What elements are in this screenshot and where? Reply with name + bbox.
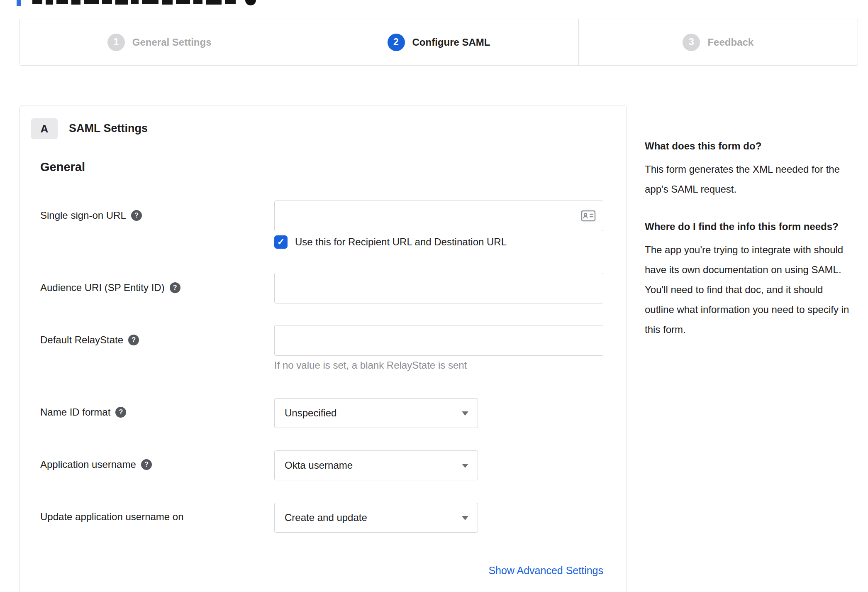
wizard-stepper: 1 General Settings 2 Configure SAML 3 Fe… [20,19,858,66]
sso-url-label: Single sign-on URL ? [40,210,142,221]
application-username-label-text: Application username [40,459,136,470]
update-app-username-value: Create and update [285,512,367,524]
advanced-link-row: Show Advanced Settings [274,565,603,577]
clipped-page-title [17,0,282,6]
help-icon[interactable]: ? [115,407,126,418]
step-number-2: 2 [388,34,405,51]
application-username-value: Okta username [285,460,353,471]
default-relaystate-label: Default RelayState ? [40,334,139,346]
help-icon[interactable]: ? [170,282,180,293]
help-icon[interactable]: ? [141,459,152,470]
recipient-url-checkbox-row: ✓ Use this for Recipient URL and Destina… [274,235,507,249]
chevron-down-icon [462,464,468,468]
step-label-configure-saml: Configure SAML [412,37,490,48]
step-label-general-settings: General Settings [132,37,212,48]
default-relaystate-label-text: Default RelayState [40,334,123,346]
relaystate-helper-text: If no value is set, a blank RelayState i… [274,360,467,371]
name-id-format-value: Unspecified [285,407,336,419]
update-app-username-label: Update application username on [40,511,184,523]
update-app-username-label-text: Update application username on [40,511,184,523]
clipped-icon [245,0,256,5]
recipient-url-checkbox-label: Use this for Recipient URL and Destinati… [295,236,507,248]
step-number-3: 3 [683,34,700,51]
show-advanced-settings-link[interactable]: Show Advanced Settings [488,565,603,576]
audience-uri-label-text: Audience URI (SP Entity ID) [40,282,165,294]
help-sidebar: What does this form do? This form genera… [645,137,854,358]
sso-url-label-text: Single sign-on URL [40,210,126,221]
sidebar-heading-what: What does this form do? [645,137,854,155]
default-relaystate-input[interactable] [274,325,603,356]
sso-url-input-wrap [274,201,603,231]
chevron-down-icon [462,516,468,520]
application-username-select[interactable]: Okta username [274,450,478,480]
audience-uri-input[interactable] [274,273,603,303]
help-icon[interactable]: ? [128,335,139,345]
name-id-format-label-text: Name ID format [40,406,110,418]
contact-card-icon [581,210,596,222]
audience-uri-label: Audience URI (SP Entity ID) ? [40,282,180,294]
chevron-down-icon [462,411,468,416]
sidebar-body-where: The app you're trying to integrate with … [645,240,854,340]
sidebar-heading-where: Where do I find the info this form needs… [645,218,854,236]
name-id-format-label: Name ID format ? [40,406,126,418]
application-username-label: Application username ? [40,459,152,470]
name-id-format-select[interactable]: Unspecified [274,398,478,428]
help-icon[interactable]: ? [131,210,142,221]
general-section-heading: General [40,160,85,174]
sidebar-body-what: This form generates the XML needed for t… [645,159,854,199]
step-general-settings[interactable]: 1 General Settings [20,19,299,65]
step-configure-saml[interactable]: 2 Configure SAML [299,19,578,65]
step-feedback[interactable]: 3 Feedback [579,19,858,65]
update-app-username-select[interactable]: Create and update [274,503,478,533]
step-label-feedback: Feedback [707,37,753,48]
saml-settings-panel: A SAML Settings General Single sign-on U… [20,105,627,592]
panel-title: SAML Settings [69,122,148,135]
sso-url-input[interactable] [274,201,603,231]
section-a-badge: A [31,118,58,139]
recipient-url-checkbox[interactable]: ✓ [274,235,288,249]
step-number-1: 1 [107,34,125,51]
